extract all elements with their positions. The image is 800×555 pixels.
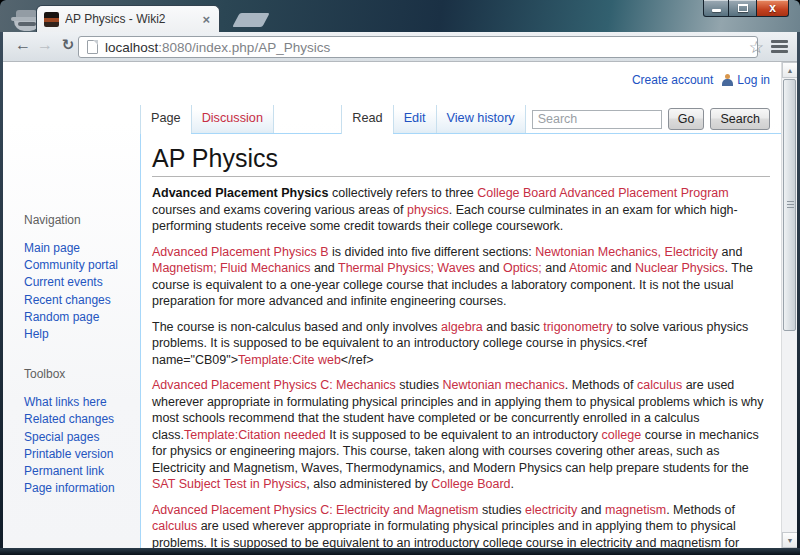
red-link[interactable]: magnetism [605,503,666,517]
red-link[interactable]: Optics; [503,261,542,275]
red-link[interactable]: Advanced Placement Physics B [152,245,328,259]
red-link[interactable]: trigonometry [543,320,612,334]
red-link[interactable]: Advanced Placement Physics C: Electricit… [152,503,479,517]
window-border-bottom [0,548,800,555]
red-link[interactable]: Fluid Mechanics [220,261,310,275]
text-segment: collectively refers to three [328,186,477,200]
red-link[interactable]: Atomic [569,261,607,275]
sidebar-header-toolbox: Toolbox [24,367,140,381]
text-segment: are used wherever appropriate in formula… [152,519,739,548]
wiki-page: Create account Log in PageDiscussion Rea… [3,62,781,548]
forward-button: → [35,36,55,54]
list-item: Community portal [24,256,140,273]
sidebar-item-current-events[interactable]: Current events [24,275,103,289]
create-account-link[interactable]: Create account [632,73,713,87]
red-link[interactable]: Magnetism; [152,261,217,275]
sidebar-header-navigation: Navigation [24,213,140,227]
list-item: Page information [24,479,140,496]
view-tabs: ReadEditView history [341,105,525,133]
red-link[interactable]: College Board [431,477,510,491]
list-item: Random page [24,308,140,325]
page-viewport: Create account Log in PageDiscussion Rea… [3,62,797,548]
sidebar-item-related-changes[interactable]: Related changes [24,412,114,426]
scroll-down-button[interactable]: ▼ [782,532,797,548]
url-path: :8080/index.php/AP_Physics [158,40,330,55]
tab-close-icon[interactable]: × [200,13,212,26]
window-minimize-button[interactable] [703,0,729,17]
tab-discussion[interactable]: Discussion [191,105,274,134]
red-link[interactable]: college [602,428,642,442]
search-input[interactable] [532,110,662,129]
text-segment: and basic [483,320,543,334]
list-item: Main page [24,239,140,256]
red-link[interactable]: Waves [437,261,475,275]
text-segment: studies [479,503,526,517]
browser-window: AP Physics - Wiki2 × x ← → ↻ localhost:8… [0,0,800,555]
text-segment: is divided into five different sections: [328,245,535,259]
tab-view-history[interactable]: View history [436,105,526,134]
red-link[interactable]: Template:Citation needed [184,428,326,442]
tab-edit[interactable]: Edit [393,105,436,134]
text-segment: and [542,261,569,275]
tab-favicon-icon [44,12,59,27]
new-tab-button[interactable] [232,13,269,27]
log-in-link[interactable]: Log in [737,73,770,87]
sidebar-item-recent-changes[interactable]: Recent changes [24,293,111,307]
browser-tab[interactable]: AP Physics - Wiki2 × [36,5,220,32]
red-link[interactable]: electricity [525,503,577,517]
list-item: What links here [24,393,140,410]
red-link[interactable]: College Board Advanced Placement Program [477,186,729,200]
list-item: Help [24,325,140,342]
red-link[interactable]: Nuclear Physics [635,261,725,275]
tab-read[interactable]: Read [341,105,392,134]
scrollbar-thumb[interactable] [783,79,796,331]
scroll-up-button[interactable]: ▲ [782,62,797,78]
page-title: AP Physics [152,143,770,177]
bookmark-star-icon[interactable]: ☆ [749,37,764,58]
user-icon [722,74,733,86]
list-item: Current events [24,273,140,290]
scrollbar-grip-icon [787,201,794,209]
sidebar-item-help[interactable]: Help [24,327,49,341]
red-link[interactable]: algebra [441,320,483,334]
text-segment: , also administered by [306,477,431,491]
sidebar-item-random-page[interactable]: Random page [24,310,99,324]
menu-icon[interactable] [771,40,788,55]
reload-button[interactable]: ↻ [58,36,78,54]
back-button[interactable]: ← [13,36,33,54]
sidebar-item-special-pages[interactable]: Special pages [24,430,99,444]
red-link[interactable]: calculus [637,378,682,392]
views-and-search: ReadEditView history Go Search [341,105,770,133]
text-segment: The course is non-calculus based and onl… [152,320,441,334]
url-bar[interactable]: localhost:8080/index.php/AP_Physics [78,36,758,58]
window-close-button[interactable]: x [756,0,789,17]
red-link[interactable]: physics [407,203,449,217]
personal-bar: Create account Log in [632,73,770,87]
red-link[interactable]: Electricity [665,245,718,259]
red-link[interactable]: SAT Subject Test in Physics [152,477,306,491]
sidebar-item-what-links-here[interactable]: What links here [24,395,107,409]
red-link[interactable]: Template:Cite web [238,353,341,367]
text-segment: and [475,261,503,275]
sidebar-item-community-portal[interactable]: Community portal [24,258,118,272]
red-link[interactable]: calculus [152,519,197,533]
scrollbar[interactable]: ▲ ▼ [781,62,797,548]
window-maximize-button[interactable] [729,0,756,17]
sidebar-item-permanent-link[interactable]: Permanent link [24,464,104,478]
list-item: Permanent link [24,462,140,479]
search-button[interactable]: Search [710,108,770,130]
sidebar-item-page-information[interactable]: Page information [24,481,115,495]
text-segment: studies [396,378,443,392]
go-button[interactable]: Go [668,108,705,130]
red-link[interactable]: Advanced Placement Physics C: Mechanics [152,378,396,392]
paragraph: Advanced Placement Physics C: Electricit… [152,502,770,549]
red-link[interactable]: Newtonian mechanics [442,378,564,392]
red-link[interactable]: Thermal Physics; [338,261,434,275]
url-host: localhost [105,40,158,55]
tab-page[interactable]: Page [140,105,191,134]
red-link[interactable]: Newtonian Mechanics, [535,245,661,259]
text-segment: courses and exams covering various areas… [152,203,407,217]
sidebar-item-printable-version[interactable]: Printable version [24,447,113,461]
sidebar-item-main-page[interactable]: Main page [24,241,80,255]
browser-toolbar: ← → ↻ localhost:8080/index.php/AP_Physic… [3,32,797,62]
